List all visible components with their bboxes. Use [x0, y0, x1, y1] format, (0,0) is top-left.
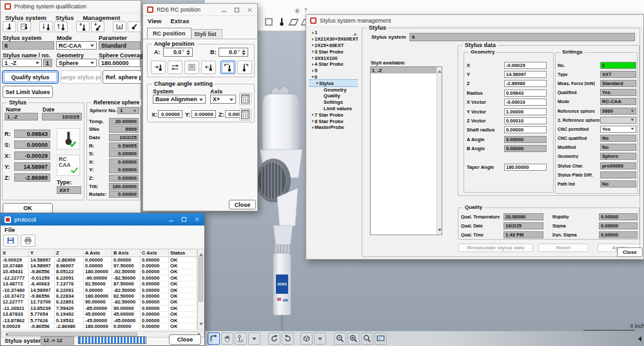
- x-field[interactable]: 0.00000: [158, 110, 182, 118]
- table-row[interactable]: 10.45431-9.865568.05122180.00000-92.5000…: [1, 269, 197, 275]
- titlebar[interactable]: protocol: [1, 213, 204, 226]
- maximize-icon[interactable]: [233, 6, 240, 14]
- table-row[interactable]: -0.0002914.58997-2.869000.000000.000000.…: [1, 257, 197, 263]
- stylus-drop-button[interactable]: [39, 21, 53, 32]
- chevron-right-icon[interactable]: [310, 126, 315, 129]
- rotate-cw-button[interactable]: [268, 332, 280, 345]
- probe-xyz-button[interactable]: [235, 332, 247, 345]
- axis-dropdown[interactable]: X+: [210, 95, 236, 104]
- chevron-right-icon[interactable]: [310, 32, 315, 34]
- calculate-angle-button[interactable]: [239, 93, 251, 105]
- titlebar[interactable]: RDS RC position: [143, 4, 257, 16]
- qualify-stylus-button[interactable]: Qualify stylus: [2, 70, 59, 84]
- table-row[interactable]: -11.2692113.852397.59420-85.0000090.0000…: [1, 305, 197, 311]
- a-angle-field[interactable]: 0.0°: [163, 48, 193, 57]
- zoom-in-button[interactable]: [347, 332, 360, 345]
- tree-item-settings[interactable]: Settings: [309, 99, 358, 106]
- column-header-y[interactable]: Y: [29, 249, 55, 256]
- ok-button[interactable]: OK: [3, 203, 53, 213]
- asterisk-icon[interactable]: [293, 7, 301, 15]
- tab-rc-position[interactable]: RC position: [147, 28, 191, 39]
- tree-item-1[interactable]: 1: [309, 30, 358, 36]
- rotate-probe-left-button[interactable]: [220, 61, 235, 74]
- spinner[interactable]: [186, 48, 190, 57]
- table-row[interactable]: 12.2277712.737006.2289190.00000-82.50000…: [1, 300, 197, 305]
- tab-styli-list[interactable]: Styli list: [188, 29, 222, 39]
- parallelogram-icon[interactable]: [288, 17, 299, 28]
- column-header-x[interactable]: X: [1, 249, 29, 256]
- column-header-status[interactable]: Status: [169, 249, 197, 256]
- close-button[interactable]: Close: [229, 200, 256, 209]
- list-scrollbar[interactable]: [436, 67, 442, 235]
- help-icon[interactable]: ?: [302, 6, 309, 14]
- field-value[interactable]: -0.00010: [504, 99, 547, 106]
- field-value[interactable]: 14.58997: [504, 71, 547, 78]
- chevron-right-icon[interactable]: [310, 50, 315, 53]
- minimize-icon[interactable]: [220, 6, 228, 14]
- tree-item-7-star-probe[interactable]: 7 Star Probe: [309, 111, 358, 118]
- y-field[interactable]: 0.00000: [191, 110, 216, 118]
- table-row[interactable]: -12.22777-0.012596.22091-90.00000-82.500…: [1, 275, 197, 281]
- pan-button[interactable]: [221, 332, 233, 345]
- field-value[interactable]: -0.00029: [504, 62, 547, 69]
- tree-item-limit-values[interactable]: Limit values: [309, 106, 358, 112]
- field-value[interactable]: 0.00000: [504, 126, 547, 133]
- scroll-down-icon[interactable]: [199, 323, 203, 327]
- tree-item-3-star-probe[interactable]: 3 Star Probe: [309, 48, 358, 55]
- column-header-b-axis[interactable]: B Axis: [112, 249, 141, 256]
- tree-item-1x21x30-5x60ext[interactable]: 1X21X30+5X60EXT: [309, 36, 358, 43]
- minimize-icon[interactable]: [168, 216, 175, 223]
- caret-down-button[interactable]: [248, 332, 260, 345]
- titlebar[interactable]: Stylus system management: [306, 15, 643, 27]
- scroll-up-icon[interactable]: [199, 251, 203, 256]
- close-icon[interactable]: [193, 216, 200, 223]
- menu-stylus[interactable]: Stylus: [55, 14, 74, 21]
- table-row[interactable]: -10.37472-9.865566.22834180.0000082.5000…: [1, 293, 197, 299]
- add-angle-stylus-button[interactable]: [91, 21, 104, 32]
- vscroll-thumb[interactable]: [199, 256, 203, 302]
- mode-dropdown[interactable]: RC-CAA: [56, 41, 97, 50]
- chevron-right-icon[interactable]: [310, 70, 315, 72]
- chevron-right-icon[interactable]: [310, 57, 315, 59]
- system-dropdown[interactable]: Base Alignment: [153, 95, 206, 104]
- titlebar[interactable]: Probing system qualification: [1, 1, 141, 13]
- print-button[interactable]: [21, 235, 35, 247]
- table-row[interactable]: 13.878335.776540.1949245.0000045.000000.…: [1, 312, 197, 318]
- spinner[interactable]: [242, 48, 246, 57]
- field-value[interactable]: 180.00000: [504, 164, 547, 171]
- table-row[interactable]: 0.00029-9.86556-2.86980180.000000.000000…: [1, 323, 197, 329]
- table-vscrollbar[interactable]: [197, 249, 204, 330]
- fit-view-button[interactable]: [375, 332, 387, 345]
- scroll-left-icon[interactable]: [3, 332, 8, 336]
- stylus-report-button[interactable]: [17, 21, 31, 32]
- qualify-stylus-button[interactable]: [3, 21, 16, 32]
- rotate-view-button[interactable]: [208, 332, 220, 345]
- ref-sphere-position-button[interactable]: Ref. sphere position: [102, 70, 142, 84]
- sphere-coverage-field[interactable]: 180.00000: [99, 59, 141, 67]
- ref-sphere-button[interactable]: [113, 21, 126, 32]
- chevron-right-icon[interactable]: [310, 63, 315, 66]
- caret-down-button[interactable]: [314, 332, 326, 345]
- maximize-icon[interactable]: [181, 216, 188, 223]
- menu-file[interactable]: File: [5, 226, 15, 233]
- tree-item-6[interactable]: 6: [309, 74, 358, 81]
- goto-position-button[interactable]: [151, 61, 166, 74]
- zoom-button[interactable]: [361, 332, 373, 345]
- chevron-right-icon[interactable]: [310, 44, 315, 46]
- tree-item-geometry[interactable]: Geometry: [309, 86, 358, 93]
- chevron-down-icon[interactable]: [315, 81, 319, 86]
- rotate-probe-right-button[interactable]: [237, 61, 252, 74]
- styli-list-button[interactable]: [184, 61, 199, 74]
- chevron-down-icon[interactable]: [310, 75, 315, 79]
- recalculate-stylus-data-button[interactable]: Recalculate stylus data: [458, 244, 533, 252]
- calculate-position-button[interactable]: [239, 108, 251, 120]
- tree-item-masterprobe[interactable]: MasterProbe: [309, 124, 358, 131]
- field-value[interactable]: 0.00010: [504, 117, 547, 124]
- tree-item-8-star-probe[interactable]: 8 Star Probe: [309, 118, 358, 124]
- b-angle-field[interactable]: 0.0°: [219, 48, 248, 57]
- column-header-a-axis[interactable]: A Axis: [84, 249, 112, 256]
- menu-extras[interactable]: Extras: [170, 17, 189, 24]
- tree-item-2x25-30ext[interactable]: 2X25+30EXT: [309, 43, 358, 49]
- tree-item-4-star-probe[interactable]: 4 Star Probe: [309, 61, 358, 68]
- stylus-name-dropdown[interactable]: 1_-Z: [2, 59, 42, 67]
